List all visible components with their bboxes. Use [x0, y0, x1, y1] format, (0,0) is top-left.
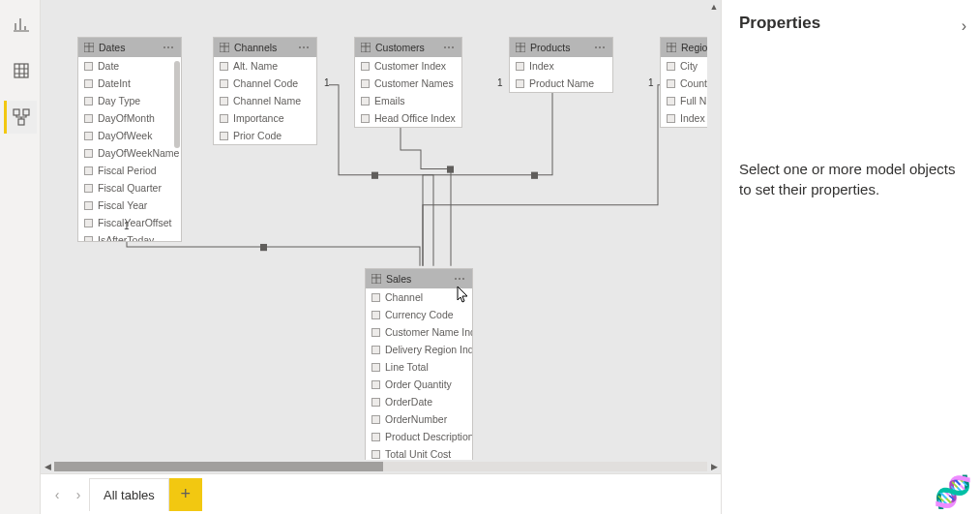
- field-item[interactable]: Customer Names: [355, 75, 461, 92]
- scroll-track[interactable]: [54, 462, 707, 471]
- table-icon: [516, 43, 525, 52]
- column-icon: [667, 97, 675, 106]
- svg-rect-5: [371, 172, 378, 179]
- field-item[interactable]: Product Name: [510, 75, 612, 92]
- field-item[interactable]: Emails: [355, 92, 461, 109]
- vertical-scrollbar[interactable]: ▲: [707, 0, 721, 446]
- table-header[interactable]: Region: [661, 38, 707, 57]
- field-item[interactable]: City: [661, 57, 707, 75]
- field-item[interactable]: Index: [661, 109, 707, 127]
- field-item[interactable]: IsAfterToday: [78, 231, 181, 241]
- table-header[interactable]: Sales ⋯: [366, 269, 472, 288]
- column-icon: [371, 293, 380, 302]
- field-item[interactable]: DayOfMonth: [78, 109, 181, 127]
- diagram-canvas[interactable]: Dates ⋯ Date DateInt Day Type DayOfMonth…: [41, 0, 721, 460]
- field-item[interactable]: Importance: [214, 109, 316, 127]
- table-icon: [361, 43, 371, 52]
- field-item[interactable]: OrderNumber: [366, 410, 472, 428]
- table-scrollbar[interactable]: [174, 61, 180, 148]
- field-item[interactable]: Customer Name Index: [366, 323, 472, 341]
- scroll-thumb[interactable]: [54, 462, 383, 471]
- canvas-scroll-container: Dates ⋯ Date DateInt Day Type DayOfMonth…: [41, 0, 721, 460]
- field-item[interactable]: DayOfWeekName: [78, 144, 181, 162]
- field-item[interactable]: Fiscal Period: [78, 162, 181, 179]
- field-item[interactable]: Prior Code: [214, 127, 316, 144]
- horizontal-scrollbar[interactable]: ◀ ▶: [41, 460, 721, 473]
- column-icon: [220, 79, 228, 88]
- scroll-left-icon[interactable]: ◀: [41, 460, 54, 473]
- cardinality-label: 1: [497, 77, 503, 88]
- field-list: Index Product Name: [510, 57, 612, 92]
- field-item[interactable]: Fiscal Year: [78, 197, 181, 214]
- report-view-button[interactable]: [4, 8, 37, 41]
- table-channels[interactable]: Channels ⋯ Alt. Name Channel Code Channe…: [213, 37, 317, 145]
- field-item[interactable]: Product Description Index: [366, 428, 472, 445]
- svg-rect-2: [23, 109, 29, 115]
- tab-all-tables[interactable]: All tables: [89, 478, 169, 511]
- table-regions[interactable]: Region City Countr Full Na Index: [660, 37, 708, 128]
- field-list: Alt. Name Channel Code Channel Name Impo…: [214, 57, 316, 144]
- model-canvas-area: Dates ⋯ Date DateInt Day Type DayOfMonth…: [41, 0, 721, 514]
- field-item[interactable]: DateInt: [78, 75, 181, 92]
- column-icon: [84, 201, 93, 210]
- svg-rect-4: [260, 244, 267, 251]
- collapse-pane-icon[interactable]: ›: [962, 17, 966, 35]
- field-item[interactable]: Total Unit Cost: [366, 445, 472, 460]
- field-item[interactable]: Customer Index: [355, 57, 461, 75]
- field-item[interactable]: Line Total: [366, 358, 472, 376]
- field-item[interactable]: Date: [78, 57, 181, 75]
- field-item[interactable]: Countr: [661, 75, 707, 92]
- more-options-icon[interactable]: ⋯: [443, 41, 456, 54]
- column-icon: [84, 132, 93, 140]
- table-header[interactable]: Customers ⋯: [355, 38, 461, 57]
- table-header[interactable]: Dates ⋯: [78, 38, 181, 57]
- model-view-button[interactable]: [4, 101, 37, 134]
- field-list: Customer Index Customer Names Emails Hea…: [355, 57, 461, 127]
- field-item[interactable]: Day Type: [78, 92, 181, 109]
- column-icon: [371, 415, 380, 424]
- more-options-icon[interactable]: ⋯: [454, 272, 466, 286]
- field-item[interactable]: DayOfWeek: [78, 127, 181, 144]
- field-item[interactable]: Channel Code: [214, 75, 316, 92]
- table-products[interactable]: Products ⋯ Index Product Name: [509, 37, 613, 93]
- field-item[interactable]: Channel: [366, 288, 472, 306]
- data-view-button[interactable]: [4, 54, 37, 87]
- more-options-icon[interactable]: ⋯: [163, 41, 175, 54]
- table-customers[interactable]: Customers ⋯ Customer Index Customer Name…: [354, 37, 462, 128]
- column-icon: [84, 62, 93, 71]
- field-item[interactable]: Fiscal Quarter: [78, 179, 181, 197]
- scroll-right-icon[interactable]: ▶: [707, 460, 721, 473]
- field-item[interactable]: Head Office Index: [355, 109, 461, 127]
- field-item[interactable]: Channel Name: [214, 92, 316, 109]
- scroll-up-icon[interactable]: ▲: [707, 0, 721, 14]
- column-icon: [84, 184, 93, 193]
- tab-prev-button[interactable]: ‹: [46, 481, 68, 508]
- add-tab-button[interactable]: +: [169, 478, 202, 511]
- column-icon: [667, 79, 675, 88]
- field-item[interactable]: Alt. Name: [214, 57, 316, 75]
- field-item[interactable]: Delivery Region Index: [366, 341, 472, 358]
- table-title: Products: [530, 42, 570, 53]
- field-item[interactable]: Full Na: [661, 92, 707, 109]
- diagram-tabs-bar: ‹ › All tables +: [41, 473, 721, 514]
- column-icon: [220, 114, 228, 123]
- field-item[interactable]: FiscalYearOffset: [78, 214, 181, 231]
- svg-rect-3: [18, 119, 24, 125]
- table-icon: [220, 43, 229, 52]
- table-dates[interactable]: Dates ⋯ Date DateInt Day Type DayOfMonth…: [77, 37, 182, 242]
- field-item[interactable]: Index: [510, 57, 612, 75]
- table-header[interactable]: Channels ⋯: [214, 38, 316, 57]
- dna-helix-icon: 🧬: [934, 473, 972, 510]
- table-header[interactable]: Products ⋯: [510, 38, 612, 57]
- cardinality-label: 1: [124, 221, 130, 231]
- field-item[interactable]: OrderDate: [366, 393, 472, 410]
- more-options-icon[interactable]: ⋯: [594, 41, 607, 54]
- more-options-icon[interactable]: ⋯: [298, 41, 311, 54]
- column-icon: [361, 114, 370, 123]
- tab-next-button[interactable]: ›: [68, 481, 89, 508]
- table-sales[interactable]: Sales ⋯ Channel Currency Code Customer N…: [365, 268, 473, 460]
- field-list: City Countr Full Na Index: [661, 57, 707, 127]
- table-title: Customers: [375, 42, 425, 53]
- field-item[interactable]: Order Quantity: [366, 376, 472, 393]
- field-item[interactable]: Currency Code: [366, 306, 472, 323]
